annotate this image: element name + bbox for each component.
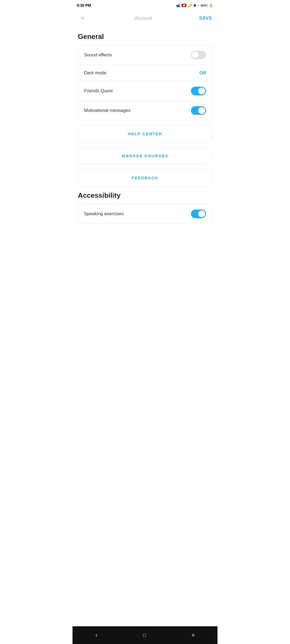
- recording-icon: [182, 4, 186, 7]
- video-icon: 📹: [176, 3, 180, 8]
- motivational-messages-toggle-knob: [198, 107, 205, 114]
- dark-mode-row[interactable]: Dark mode Off: [78, 65, 212, 81]
- bluetooth-icon: ✱: [193, 3, 196, 8]
- feedback-button[interactable]: FEEDBACK: [78, 169, 212, 186]
- accessibility-section-title: Accessibility: [78, 191, 212, 200]
- friends-quest-toggle-knob: [198, 87, 205, 94]
- manage-courses-label: MANAGE COURSES: [122, 153, 168, 158]
- status-bar: 9:30 PM 📹 🔑 ✱ ↕ WiFi 🔋: [73, 0, 218, 11]
- page-title: Account: [135, 16, 152, 21]
- general-section: General Sound effects Dark mode Off Frie…: [78, 32, 212, 120]
- wifi-icon: WiFi: [201, 3, 208, 8]
- nav-bar: × Account SAVE: [73, 11, 218, 26]
- help-center-button[interactable]: HELP CENTER: [78, 125, 212, 142]
- speaking-exercises-row: Speaking exercises: [78, 204, 212, 224]
- feedback-label: FEEDBACK: [132, 175, 158, 180]
- main-content: General Sound effects Dark mode Off Frie…: [73, 26, 218, 257]
- accessibility-section: Accessibility Speaking exercises: [78, 191, 212, 224]
- speaking-exercises-toggle-knob: [198, 210, 205, 217]
- speaking-exercises-toggle[interactable]: [191, 210, 206, 218]
- motivational-messages-row: Motivational messages: [78, 101, 212, 120]
- general-settings-card: Sound effects Dark mode Off Friends Ques…: [78, 45, 212, 120]
- sound-effects-toggle[interactable]: [191, 51, 206, 59]
- dark-mode-value: Off: [199, 70, 206, 76]
- help-center-label: HELP CENTER: [128, 131, 162, 136]
- motivational-messages-label: Motivational messages: [84, 108, 130, 113]
- speaking-exercises-label: Speaking exercises: [84, 211, 124, 217]
- general-section-title: General: [78, 32, 212, 41]
- motivational-messages-toggle[interactable]: [191, 106, 206, 115]
- signal-icon: ↕: [198, 3, 200, 8]
- friends-quest-toggle[interactable]: [191, 87, 206, 95]
- save-button[interactable]: SAVE: [199, 16, 212, 21]
- battery-icon: 🔋: [209, 3, 213, 8]
- key-icon: 🔑: [188, 3, 192, 8]
- sound-effects-row: Sound effects: [78, 45, 212, 65]
- dark-mode-label: Dark mode: [84, 70, 106, 76]
- sound-effects-toggle-knob: [192, 52, 199, 58]
- manage-courses-button[interactable]: MANAGE COURSES: [78, 147, 212, 164]
- sound-effects-label: Sound effects: [84, 52, 112, 58]
- accessibility-settings-card: Speaking exercises: [78, 204, 212, 224]
- friends-quest-row: Friends Quest: [78, 81, 212, 101]
- status-icons: 📹 🔑 ✱ ↕ WiFi 🔋: [176, 3, 213, 8]
- friends-quest-label: Friends Quest: [84, 88, 113, 94]
- close-button[interactable]: ×: [78, 13, 88, 23]
- status-time: 9:30 PM: [77, 3, 91, 8]
